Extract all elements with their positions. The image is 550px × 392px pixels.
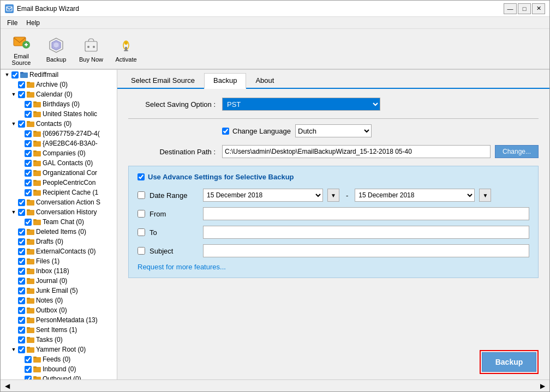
saving-option-select[interactable]: PST MBOX EML MSG PDF	[222, 98, 380, 111]
more-features-link[interactable]: Request for more features...	[138, 263, 226, 271]
toggle-contacts[interactable]: ▼	[10, 120, 17, 127]
date-from-select[interactable]: 15 December 2018	[203, 189, 323, 202]
check-outbound[interactable]	[25, 376, 32, 380]
activate-button[interactable]: Activate	[110, 31, 142, 67]
toggle-calendar[interactable]: ▼	[10, 91, 17, 98]
check-archive[interactable]	[18, 81, 25, 88]
check-recipient[interactable]	[25, 189, 32, 196]
check-inbound[interactable]	[25, 366, 32, 373]
tree-item-conv-action[interactable]: ▶ Conversation Action S	[1, 197, 117, 207]
maximize-button[interactable]: □	[518, 3, 531, 14]
check-tasks[interactable]	[18, 336, 25, 343]
tree-item-outbound[interactable]: ▶ Outbound (0)	[1, 374, 117, 379]
tree-item-deleted[interactable]: ▶ Deleted Items (0)	[1, 227, 117, 237]
tree-item-person-meta[interactable]: ▶ PersonMetadata (13)	[1, 315, 117, 325]
check-files[interactable]	[18, 258, 25, 265]
tree-item-outbox[interactable]: ▶ Outbox (0)	[1, 305, 117, 315]
subject-input[interactable]	[203, 244, 529, 257]
check-people[interactable]	[25, 179, 32, 186]
check-drafts[interactable]	[18, 238, 25, 245]
backup-action-button[interactable]: Backup	[482, 352, 536, 372]
to-checkbox[interactable]	[138, 228, 145, 236]
check-sent[interactable]	[18, 327, 25, 334]
tab-about[interactable]: About	[246, 73, 283, 88]
tree-item-archive[interactable]: ▶ Archive (0)	[1, 80, 117, 89]
change-language-checkbox[interactable]	[222, 128, 229, 135]
tree-item-yammer[interactable]: ▼ Yammer Root (0)	[1, 345, 117, 354]
date-to-picker[interactable]: ▼	[479, 189, 491, 202]
subject-checkbox[interactable]	[138, 247, 145, 255]
date-to-select[interactable]: 15 December 2018	[355, 189, 475, 202]
check-org[interactable]	[25, 170, 32, 177]
check-journal[interactable]	[18, 278, 25, 285]
tree-item-united-states[interactable]: ▶ United States holic	[1, 109, 117, 119]
tree-item-conv-history[interactable]: ▼ Conversation History	[1, 207, 117, 217]
buy-now-button[interactable]: Buy Now	[75, 31, 107, 67]
email-source-button[interactable]: Email Source	[5, 31, 38, 67]
date-range-checkbox[interactable]	[138, 191, 145, 199]
check-conv-history[interactable]	[18, 209, 25, 216]
tree-item-people[interactable]: ▶ PeopleCentricCon	[1, 178, 117, 188]
check-calendar[interactable]	[18, 91, 25, 98]
from-checkbox[interactable]	[138, 210, 145, 218]
tree-item-external[interactable]: ▶ ExternalContacts (0)	[1, 246, 117, 256]
tree-item-companies[interactable]: ▶ Companies (0)	[1, 148, 117, 158]
tab-backup[interactable]: Backup	[204, 73, 246, 89]
check-contact1[interactable]	[25, 130, 32, 137]
tree-item-sent[interactable]: ▶ Sent Items (1)	[1, 325, 117, 335]
tree-item-feeds[interactable]: ▶ Feeds (0)	[1, 354, 117, 364]
change-button[interactable]: Change...	[495, 145, 539, 158]
check-birthdays[interactable]	[25, 101, 32, 108]
toggle-yammer[interactable]: ▼	[10, 346, 17, 353]
tree-item-team-chat[interactable]: ▶ Team Chat (0)	[1, 217, 117, 227]
advanced-settings-checkbox[interactable]	[138, 173, 145, 180]
scroll-right[interactable]: ▶	[540, 382, 545, 390]
language-select[interactable]: Dutch English French German	[295, 124, 372, 137]
check-companies[interactable]	[25, 150, 32, 157]
check-rediffmail[interactable]	[11, 71, 19, 79]
tab-select-email-source[interactable]: Select Email Source	[122, 73, 204, 88]
tree-item-notes[interactable]: ▶ Notes (0)	[1, 295, 117, 305]
scroll-left[interactable]: ◀	[5, 382, 10, 390]
tree-item-inbox[interactable]: ▶ Inbox (118)	[1, 266, 117, 276]
tree-item-birthdays[interactable]: ▶ Birthdays (0)	[1, 99, 117, 109]
menu-help[interactable]: Help	[22, 18, 44, 28]
tree-item-journal[interactable]: ▶ Journal (0)	[1, 276, 117, 286]
check-notes[interactable]	[18, 297, 25, 304]
date-from-picker[interactable]: ▼	[327, 189, 339, 202]
tree-item-calendar[interactable]: ▼ Calendar (0)	[1, 89, 117, 99]
tree-item-contact1[interactable]: ▶ {06967759-274D-4(	[1, 129, 117, 138]
check-united[interactable]	[25, 111, 32, 118]
minimize-button[interactable]: —	[504, 3, 517, 14]
tree-item-inbound[interactable]: ▶ Inbound (0)	[1, 364, 117, 374]
check-person-meta[interactable]	[18, 317, 25, 324]
tree-item-contacts[interactable]: ▼ Contacts (0)	[1, 119, 117, 129]
toggle-rediffmail[interactable]: ▼	[4, 71, 10, 78]
check-team-chat[interactable]	[25, 219, 32, 226]
tree-item-files[interactable]: ▶ Files (1)	[1, 256, 117, 266]
check-deleted[interactable]	[18, 228, 25, 236]
tree-item-org[interactable]: ▶ Organizational Cor	[1, 168, 117, 178]
check-junk[interactable]	[18, 287, 25, 294]
tree-item-drafts[interactable]: ▶ Drafts (0)	[1, 237, 117, 246]
close-button[interactable]: ✕	[532, 3, 545, 14]
toggle-conv-history[interactable]: ▼	[10, 209, 17, 215]
menu-file[interactable]: File	[3, 18, 22, 28]
check-feeds[interactable]	[25, 356, 32, 363]
tree-item-rediffmail[interactable]: ▼ Rediffmail	[1, 70, 117, 80]
tree-item-gal[interactable]: ▶ GAL Contacts (0)	[1, 158, 117, 168]
backup-button[interactable]: Backup	[40, 31, 73, 67]
check-external[interactable]	[18, 248, 25, 255]
tree-item-recipient[interactable]: ▶ Recipient Cache (1	[1, 188, 117, 197]
tree-item-contact2[interactable]: ▶ {A9E2BC46-B3A0-	[1, 138, 117, 148]
tree-item-junk[interactable]: ▶ Junk Email (5)	[1, 286, 117, 295]
check-contacts[interactable]	[18, 120, 25, 128]
check-contact2[interactable]	[25, 140, 32, 147]
to-input[interactable]	[203, 226, 529, 239]
check-conv-action[interactable]	[18, 199, 25, 206]
tree-item-tasks[interactable]: ▶ Tasks (0)	[1, 335, 117, 345]
check-inbox[interactable]	[18, 268, 25, 275]
destination-path-input[interactable]	[222, 145, 491, 158]
check-gal[interactable]	[25, 160, 32, 167]
check-yammer[interactable]	[18, 346, 25, 353]
